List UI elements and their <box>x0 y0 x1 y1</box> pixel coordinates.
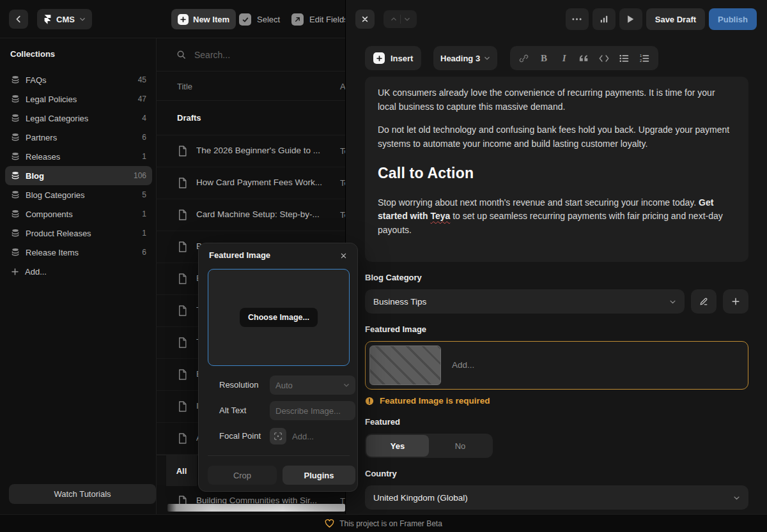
sidebar-item-count: 47 <box>138 95 146 103</box>
featured-image-label: Featured Image <box>365 324 426 334</box>
tab-all[interactable]: All <box>166 455 197 486</box>
alt-text-input[interactable] <box>275 406 350 416</box>
preview-button[interactable] <box>619 8 642 30</box>
code-button[interactable] <box>596 50 612 66</box>
sidebar-item-releases[interactable]: Releases 1 <box>5 147 152 166</box>
search-bar[interactable] <box>157 38 345 72</box>
focal-point-icon[interactable] <box>270 428 286 445</box>
add-category-button[interactable] <box>723 289 748 314</box>
document-icon <box>178 401 187 412</box>
sidebar-item-blog-categories[interactable]: Blog Categories 5 <box>5 185 152 204</box>
sidebar-add-collection[interactable]: Add... <box>5 262 152 281</box>
plus-icon <box>373 52 385 64</box>
chevron-up-icon <box>391 16 397 22</box>
numbered-list-icon: 12 <box>640 54 649 63</box>
text-run-misspelled: Teya <box>430 211 450 221</box>
collection-icon <box>11 209 20 218</box>
rich-text-editor[interactable]: UK consumers already love the convenienc… <box>365 77 748 262</box>
framer-logo-icon <box>43 15 52 24</box>
insert-label: Insert <box>391 54 413 63</box>
collection-icon <box>11 95 20 103</box>
sidebar-item-legal-policies[interactable]: Legal Policies 47 <box>5 89 152 109</box>
cms-menu-button[interactable]: CMS <box>37 9 92 29</box>
sidebar: Collections FAQs 45 Legal Policies 47 Le… <box>0 38 157 514</box>
validation-error: Featured Image is required <box>365 396 490 406</box>
more-options-button[interactable] <box>566 8 589 30</box>
numbered-list-button[interactable]: 12 <box>636 50 653 66</box>
row-cell: Te <box>340 178 345 188</box>
edit-category-button[interactable] <box>691 289 717 314</box>
save-draft-button[interactable]: Save Draft <box>646 8 705 30</box>
featured-yes-option[interactable]: Yes <box>366 435 429 457</box>
select-button[interactable]: Select <box>239 13 280 26</box>
sidebar-item-faqs[interactable]: FAQs 45 <box>5 70 152 89</box>
row-title: Card Machine Setup: Step-by-... <box>196 209 320 219</box>
country-select[interactable]: United Kingdom (Global) <box>365 485 748 510</box>
close-editor-button[interactable] <box>355 10 375 29</box>
row-title: The 2026 Beginner's Guide to ... <box>196 146 320 155</box>
sidebar-item-label: Blog <box>26 171 128 181</box>
bold-button[interactable]: B <box>536 50 552 66</box>
link-button[interactable] <box>516 50 532 66</box>
text-style-value: Heading 3 <box>440 54 480 63</box>
table-row[interactable]: Card Machine Setup: Step-by-... Te <box>157 199 345 231</box>
plugins-button[interactable]: Plugins <box>283 466 355 485</box>
document-icon <box>178 209 187 220</box>
chevron-down-icon <box>404 16 410 22</box>
new-item-button[interactable]: New Item <box>171 9 236 29</box>
document-icon <box>178 146 187 156</box>
search-input[interactable] <box>194 50 309 60</box>
featured-no-option[interactable]: No <box>429 435 492 457</box>
featured-image-field[interactable]: Add... <box>365 341 748 390</box>
collection-icon <box>11 171 20 180</box>
sidebar-item-components[interactable]: Components 1 <box>5 204 152 224</box>
prev-next-item-nav[interactable] <box>384 10 417 28</box>
country-value: United Kingdom (Global) <box>373 493 468 503</box>
edit-fields-button[interactable]: Edit Fields <box>291 13 345 26</box>
modal-title: Featured Image <box>209 250 270 260</box>
modal-close-button[interactable] <box>337 249 350 262</box>
choose-image-label: Choose Image... <box>248 313 309 322</box>
sidebar-item-count: 106 <box>134 171 146 180</box>
sidebar-item-release-items[interactable]: Release Items 6 <box>5 243 152 262</box>
sidebar-item-partners[interactable]: Partners 6 <box>5 128 152 147</box>
plus-icon <box>11 268 19 276</box>
collection-icon <box>11 229 20 238</box>
bullet-list-button[interactable] <box>616 50 633 66</box>
image-drop-area[interactable]: Choose Image... <box>208 269 350 366</box>
resolution-select[interactable]: Auto <box>270 376 355 395</box>
analytics-button[interactable] <box>593 8 616 30</box>
blog-category-select[interactable]: Business Tips <box>365 289 685 314</box>
publish-button[interactable]: Publish <box>709 8 757 30</box>
document-icon <box>178 273 187 284</box>
column-second[interactable]: A <box>340 82 345 91</box>
sidebar-item-count: 1 <box>142 152 146 161</box>
back-button[interactable] <box>9 10 28 29</box>
sidebar-add-label: Add... <box>25 267 146 277</box>
table-row[interactable]: The 2026 Beginner's Guide to ... Te <box>157 135 345 167</box>
italic-icon: I <box>562 53 566 64</box>
insert-button[interactable]: Insert <box>365 46 421 70</box>
publish-label: Publish <box>718 15 748 24</box>
horizontal-scrollbar[interactable] <box>167 504 345 512</box>
collection-icon <box>11 190 20 199</box>
row-cell: Te <box>340 146 345 156</box>
sidebar-item-legal-categories[interactable]: Legal Categories 4 <box>5 109 152 128</box>
sidebar-item-product-releases[interactable]: Product Releases 1 <box>5 224 152 243</box>
watch-tutorials-button[interactable]: Watch Tutorials <box>9 484 156 504</box>
italic-button[interactable]: I <box>556 50 573 66</box>
choose-image-button[interactable]: Choose Image... <box>240 308 318 327</box>
text-style-select[interactable]: Heading 3 <box>433 46 497 70</box>
crop-button[interactable]: Crop <box>208 466 277 485</box>
focal-point-control[interactable]: Add... <box>270 428 314 445</box>
drafts-section-header: Drafts <box>157 101 345 135</box>
sidebar-item-blog[interactable]: Blog 106 <box>5 166 152 185</box>
sidebar-item-count: 6 <box>142 133 146 142</box>
alt-text-field <box>270 401 355 420</box>
column-title[interactable]: Title <box>177 82 192 91</box>
quote-icon <box>579 54 589 62</box>
quote-button[interactable] <box>576 50 593 66</box>
new-item-label: New Item <box>193 15 229 24</box>
table-row[interactable]: How Card Payment Fees Work... Te <box>157 167 345 199</box>
divider <box>208 455 350 456</box>
